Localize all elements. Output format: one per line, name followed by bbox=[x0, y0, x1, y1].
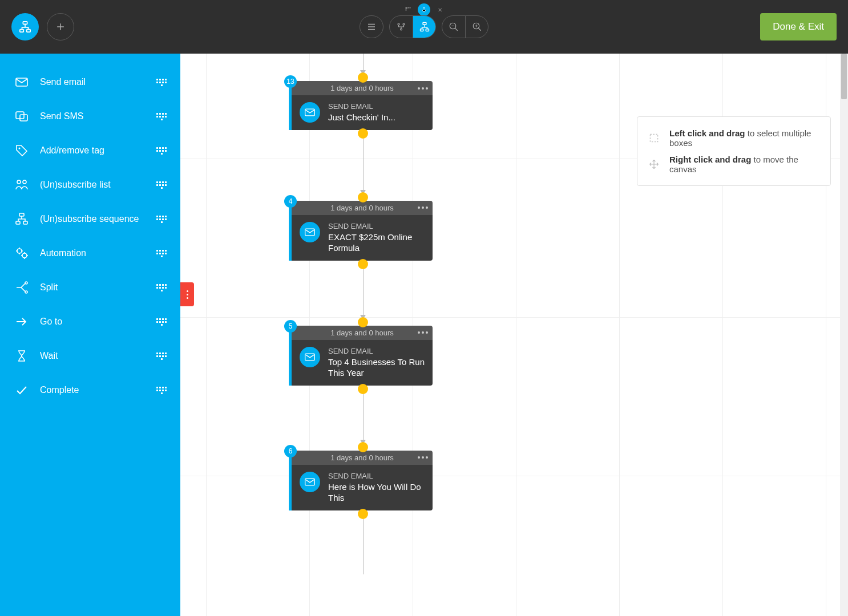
mini-extra-icon[interactable]: ✕ bbox=[435, 5, 445, 15]
node-header: 1 days and 0 hours bbox=[289, 81, 433, 95]
more-icon[interactable] bbox=[418, 87, 428, 90]
flow-dot[interactable] bbox=[358, 72, 368, 83]
flow-node[interactable]: 13 1 days and 0 hours SEND EMAIL Just Ch… bbox=[289, 81, 433, 130]
sidebar-item-tag[interactable]: Add/remove tag bbox=[0, 133, 180, 168]
more-icon[interactable] bbox=[418, 206, 428, 209]
flow-dot[interactable] bbox=[358, 259, 368, 269]
sidebar-item-label: Automation bbox=[40, 248, 156, 258]
node-body: SEND EMAIL Just Checkin' In... bbox=[289, 95, 433, 130]
sidebar-item-label: (Un)subscribe sequence bbox=[40, 214, 156, 224]
node-type: SEND EMAIL bbox=[328, 102, 395, 111]
node-body: SEND EMAIL Top 4 Businesses To Run This … bbox=[289, 340, 433, 386]
sidebar-item-subscribe-list[interactable]: (Un)subscribe list bbox=[0, 168, 180, 202]
node-body: SEND EMAIL Here is How You Will Do This bbox=[289, 465, 433, 510]
grip-icon[interactable] bbox=[156, 351, 167, 361]
hourglass-icon bbox=[14, 348, 30, 364]
check-icon bbox=[14, 382, 30, 398]
node-header: 1 days and 0 hours bbox=[289, 201, 433, 215]
sidebar-item-wait[interactable]: Wait bbox=[0, 339, 180, 373]
grip-icon[interactable] bbox=[156, 180, 167, 190]
grip-icon[interactable] bbox=[156, 145, 167, 156]
sidebar-item-label: Send email bbox=[40, 77, 156, 87]
email-icon bbox=[300, 472, 320, 492]
grip-icon[interactable] bbox=[156, 385, 167, 395]
node-title: Just Checkin' In... bbox=[328, 112, 395, 123]
sidebar-item-subscribe-sequence[interactable]: (Un)subscribe sequence bbox=[0, 202, 180, 236]
more-icon[interactable] bbox=[418, 331, 428, 334]
node-delay: 1 days and 0 hours bbox=[330, 453, 394, 462]
mic-icon[interactable] bbox=[418, 3, 430, 16]
grip-icon[interactable] bbox=[156, 111, 167, 121]
scrollbar-thumb[interactable] bbox=[841, 54, 847, 99]
flow-dot[interactable] bbox=[358, 317, 368, 327]
help-line: Right click and drag to move the canvas bbox=[669, 155, 820, 174]
more-icon[interactable] bbox=[418, 456, 428, 459]
done-exit-button[interactable]: Done & Exit bbox=[760, 13, 837, 40]
sidebar: Send email Send SMS Add/remove tag (Un)s… bbox=[0, 54, 180, 616]
sidebar-collapse-tab[interactable] bbox=[180, 282, 194, 306]
node-badge: 6 bbox=[284, 445, 297, 457]
email-icon bbox=[14, 74, 30, 90]
flow-dot[interactable] bbox=[358, 509, 368, 519]
flow-dot[interactable] bbox=[358, 192, 368, 202]
sidebar-item-complete[interactable]: Complete bbox=[0, 373, 180, 407]
node-title: EXACT $225m Online Formula bbox=[328, 232, 425, 254]
add-button[interactable] bbox=[47, 13, 74, 40]
node-badge: 5 bbox=[284, 320, 297, 333]
flow-dot[interactable] bbox=[358, 384, 368, 394]
select-icon bbox=[648, 132, 660, 144]
sidebar-item-send-email[interactable]: Send email bbox=[0, 65, 180, 99]
sidebar-item-label: Split bbox=[40, 282, 156, 293]
grip-icon[interactable] bbox=[156, 282, 167, 293]
help-panel: Left click and drag to select multiple b… bbox=[637, 116, 831, 186]
list-view-button[interactable] bbox=[360, 15, 383, 38]
flow-node[interactable]: 6 1 days and 0 hours SEND EMAIL Here is … bbox=[289, 451, 433, 510]
node-delay: 1 days and 0 hours bbox=[330, 84, 394, 92]
grip-icon[interactable] bbox=[156, 77, 167, 87]
zoom-in-button[interactable] bbox=[465, 15, 488, 38]
sidebar-item-label: Send SMS bbox=[40, 111, 156, 121]
tag-icon bbox=[14, 143, 30, 159]
flow-view-button[interactable] bbox=[413, 15, 435, 38]
sidebar-item-goto[interactable]: Go to bbox=[0, 305, 180, 339]
vertical-scrollbar[interactable] bbox=[840, 54, 848, 616]
sidebar-item-split[interactable]: Split bbox=[0, 270, 180, 305]
zoom-out-button[interactable] bbox=[442, 15, 465, 38]
sidebar-item-send-sms[interactable]: Send SMS bbox=[0, 99, 180, 133]
node-body: SEND EMAIL EXACT $225m Online Formula bbox=[289, 215, 433, 261]
connector bbox=[363, 392, 364, 444]
zoom-controls bbox=[442, 15, 488, 38]
move-icon bbox=[648, 158, 660, 171]
topbar: ✕ Done & Exit bbox=[0, 0, 848, 54]
flow-column: 13 1 days and 0 hours SEND EMAIL Just Ch… bbox=[289, 54, 437, 574]
grid-mini-icon[interactable] bbox=[403, 5, 413, 15]
grip-icon[interactable] bbox=[156, 248, 167, 258]
people-icon bbox=[14, 177, 30, 193]
connector bbox=[363, 54, 364, 74]
sidebar-item-automation[interactable]: Automation bbox=[0, 236, 180, 270]
flow-mode-button[interactable] bbox=[11, 13, 39, 40]
topbar-center bbox=[360, 15, 488, 38]
flow-dot[interactable] bbox=[358, 128, 368, 139]
sequence-icon bbox=[14, 211, 30, 227]
connector bbox=[363, 268, 364, 319]
canvas[interactable]: 13 1 days and 0 hours SEND EMAIL Just Ch… bbox=[180, 54, 848, 616]
help-line: Left click and drag to select multiple b… bbox=[669, 128, 820, 148]
flow-node[interactable]: 5 1 days and 0 hours SEND EMAIL Top 4 Bu… bbox=[289, 326, 433, 386]
grip-icon[interactable] bbox=[156, 317, 167, 327]
split-icon bbox=[14, 279, 30, 295]
sidebar-item-label: Go to bbox=[40, 317, 156, 327]
mini-icons-row: ✕ bbox=[403, 3, 445, 16]
sidebar-item-label: Add/remove tag bbox=[40, 145, 156, 156]
connector bbox=[363, 517, 364, 574]
grip-icon[interactable] bbox=[156, 214, 167, 224]
branch-view-button[interactable] bbox=[390, 15, 413, 38]
topbar-left bbox=[11, 13, 74, 40]
flow-node[interactable]: 4 1 days and 0 hours SEND EMAIL EXACT $2… bbox=[289, 201, 433, 261]
flow-dot[interactable] bbox=[358, 442, 368, 452]
node-header: 1 days and 0 hours bbox=[289, 451, 433, 465]
sms-icon bbox=[14, 108, 30, 124]
node-delay: 1 days and 0 hours bbox=[330, 204, 394, 212]
sidebar-item-label: (Un)subscribe list bbox=[40, 180, 156, 190]
arrow-right-icon bbox=[14, 314, 30, 330]
